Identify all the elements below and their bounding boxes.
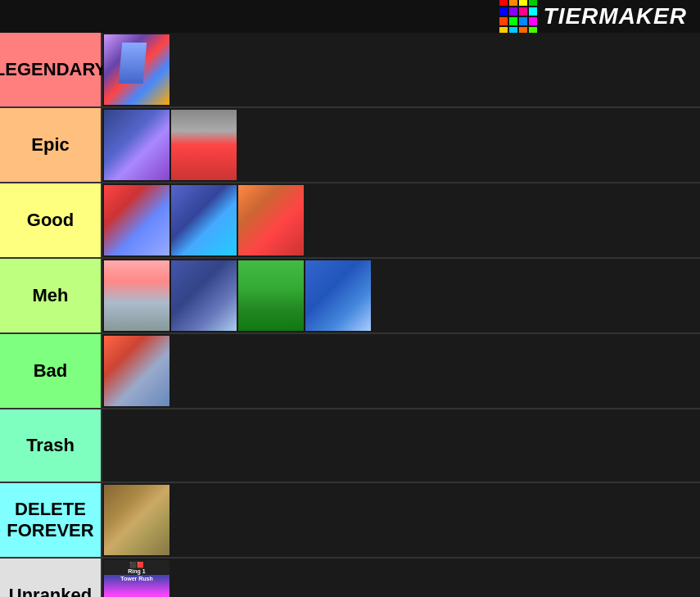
list-item: [104, 34, 169, 105]
unranked-image-label: ⬛🟥Ring 1Tower Rush: [104, 562, 169, 582]
tier-image: [171, 185, 237, 256]
logo-cell: [509, 0, 517, 6]
logo-grid-icon: [499, 0, 537, 35]
tier-label-unranked: Unranked: [0, 559, 102, 597]
tier-content-legendary: [102, 33, 700, 106]
tier-label-meh: Meh: [0, 259, 102, 332]
tier-row-bad: Bad: [0, 334, 700, 409]
list-item: [104, 485, 169, 555]
tier-image: [238, 185, 304, 256]
tier-image: [104, 485, 169, 555]
tier-label-legendary: LEGENDARY: [0, 33, 102, 106]
tier-row-meh: Meh: [0, 259, 700, 334]
logo-cell: [509, 7, 517, 16]
logo-cell: [519, 7, 527, 16]
tier-content-delete-forever: [102, 483, 700, 557]
tier-content-bad: [102, 334, 700, 408]
list-item: [104, 260, 169, 331]
tier-image: ⬛🟥Ring 1Tower Rush: [104, 560, 169, 597]
list-item: [171, 185, 237, 256]
list-item: [305, 260, 371, 331]
logo-cell: [509, 17, 517, 25]
tier-row-delete-forever: DELETE FOREVER: [0, 483, 700, 559]
logo-cell: [519, 0, 527, 6]
logo-cell: [519, 17, 527, 25]
tier-label-trash: Trash: [0, 409, 102, 482]
tier-image: [171, 110, 237, 180]
list-item: [238, 260, 304, 331]
list-item: [171, 260, 237, 331]
tier-image: [104, 185, 169, 256]
list-item: [171, 110, 237, 180]
tier-image: [104, 110, 169, 180]
tier-image: [305, 260, 371, 331]
tier-row-epic: Epic: [0, 108, 700, 183]
list-item: [104, 336, 169, 406]
tier-content-trash: [102, 409, 700, 482]
tier-image: [104, 34, 169, 105]
logo-cell: [529, 0, 537, 6]
tier-label-epic: Epic: [0, 108, 102, 182]
tier-list: LEGENDARY Epic Good: [0, 33, 700, 597]
tier-content-epic: [102, 108, 700, 182]
list-item: [104, 185, 169, 256]
logo-cell: [499, 17, 508, 25]
tier-image: [104, 260, 169, 331]
tier-content-good: [102, 183, 700, 257]
logo-cell: [529, 17, 537, 25]
tier-label-delete-forever: DELETE FOREVER: [0, 483, 102, 557]
tier-image: [104, 336, 169, 406]
logo-cell: [529, 7, 537, 16]
logo-cell: [499, 0, 508, 6]
header: TiERMAKER: [0, 0, 700, 33]
list-item: ⬛🟥Ring 1Tower Rush: [104, 560, 169, 597]
tier-label-good: Good: [0, 183, 102, 257]
tier-content-meh: [102, 259, 700, 332]
list-item: [104, 110, 169, 180]
tier-image: [171, 260, 237, 331]
tier-row-legendary: LEGENDARY: [0, 33, 700, 108]
tier-row-good: Good: [0, 183, 700, 259]
tier-label-bad: Bad: [0, 334, 102, 408]
logo-title-text: TiERMAKER: [544, 3, 687, 29]
tier-content-unranked: ⬛🟥Ring 1Tower Rush: [102, 559, 700, 597]
tiermaker-logo: TiERMAKER: [499, 0, 687, 35]
tier-row-trash: Trash: [0, 409, 700, 483]
logo-cell: [499, 7, 508, 16]
tier-image: [238, 260, 304, 331]
tier-row-unranked: Unranked ⬛🟥Ring 1Tower Rush: [0, 559, 700, 597]
list-item: [238, 185, 304, 256]
